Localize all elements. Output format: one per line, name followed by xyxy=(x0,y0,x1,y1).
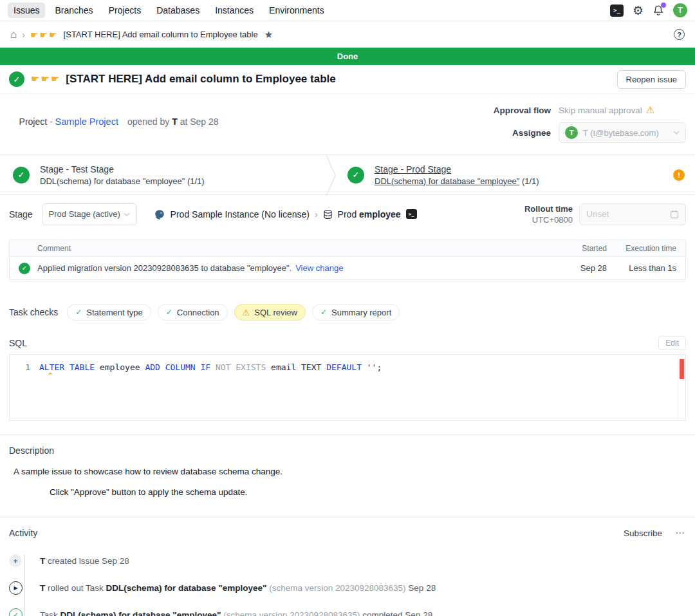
nav-tab-instances[interactable]: Instances xyxy=(209,3,259,18)
subscribe-button[interactable]: Subscribe xyxy=(624,528,662,538)
more-menu-icon[interactable]: ⋯ xyxy=(675,527,686,539)
project-link[interactable]: Sample Project xyxy=(55,117,118,127)
description-heading: Description xyxy=(9,445,686,456)
issue-title: [START HERE] Add email column to Employe… xyxy=(66,73,335,86)
activity-actor: T xyxy=(40,583,45,593)
top-navigation: Issues Branches Projects Databases Insta… xyxy=(0,0,695,21)
opened-actor: T xyxy=(172,117,178,127)
activity-timeline: + T created issue Sep 28 ▶ T rolled out … xyxy=(9,547,686,616)
assignee-select[interactable]: T T (t@bytebase.com) xyxy=(559,122,686,143)
stage-card-prod[interactable]: ✓ Stage - Prod Stage DDL(schema) for dat… xyxy=(336,155,695,194)
column-execution-time: Execution time xyxy=(607,244,676,253)
notification-dot xyxy=(661,3,666,8)
activity-time: Sep 28 xyxy=(405,610,432,616)
check-pill-label: SQL review xyxy=(254,308,297,317)
check-pill-label: Summary report xyxy=(331,308,391,317)
check-pill-connection[interactable]: ✓ Connection xyxy=(158,304,228,321)
stage-task-count: (1/1) xyxy=(187,176,205,186)
activity-time: Sep 28 xyxy=(102,556,129,566)
rollout-time-label: Rollout time xyxy=(524,204,573,214)
activity-item: ✓ Task DDL(schema) for database "employe… xyxy=(9,601,686,616)
stage-task-count: (1/1) xyxy=(522,176,539,186)
home-icon[interactable]: ⌂ xyxy=(10,29,17,40)
sql-edit-button[interactable]: Edit xyxy=(658,336,686,350)
nav-tab-branches[interactable]: Branches xyxy=(49,3,98,18)
activity-time: Sep 28 xyxy=(408,583,436,593)
row-execution-time: Less than 1s xyxy=(607,263,676,273)
nav-tab-databases[interactable]: Databases xyxy=(151,3,205,18)
sql-token xyxy=(362,362,367,372)
activity-text: rolled out Task xyxy=(45,583,106,593)
check-warning-icon: ⚠ xyxy=(243,308,250,317)
nav-tab-issues[interactable]: Issues xyxy=(8,3,45,18)
breadcrumb: ⌂ › ☛☛☛ [START HERE] Add email column to… xyxy=(0,21,695,48)
opened-at-text: at Sep 28 xyxy=(178,117,219,127)
chevron-down-icon xyxy=(673,131,680,135)
sql-section-header: SQL Edit xyxy=(9,336,686,350)
approval-flow-value: Skip manual approval xyxy=(559,106,642,115)
row-success-check-icon: ✓ xyxy=(19,263,30,274)
approval-flow-label: Approval flow xyxy=(492,106,551,115)
open-sql-editor-icon[interactable]: >_ xyxy=(406,209,417,219)
view-change-link[interactable]: View change xyxy=(295,263,343,273)
project-label: Project xyxy=(19,117,48,127)
table-row[interactable]: ✓ Applied migration version 202309280836… xyxy=(10,257,685,279)
activity-task-name: DDL(schema) for database "employee" xyxy=(60,610,221,616)
activity-text: completed xyxy=(362,610,405,616)
scrollbar-error-marker xyxy=(680,359,684,379)
instance-link[interactable]: Prod Sample Instance (No license) xyxy=(171,209,310,219)
status-banner: Done xyxy=(0,48,695,65)
sql-editor[interactable]: 1 ALTER TABLE employee ADD COLUMN IF NOT… xyxy=(9,354,686,421)
rollout-time-input[interactable]: Unset xyxy=(579,203,686,225)
check-pill-label: Statement type xyxy=(86,308,142,317)
nav-tab-environments[interactable]: Environments xyxy=(263,3,330,18)
breadcrumb-separator: › xyxy=(315,209,318,219)
activity-section: Activity Subscribe ⋯ + T created issue S… xyxy=(0,518,695,616)
rollout-timezone: UTC+0800 xyxy=(524,215,573,225)
check-pill-statement-type[interactable]: ✓ Statement type xyxy=(67,304,151,321)
activity-text: Task xyxy=(40,610,60,616)
warning-triangle-icon[interactable]: ⚠ xyxy=(646,104,654,116)
stage-done-check-icon: ✓ xyxy=(348,167,364,183)
nav-tab-projects[interactable]: Projects xyxy=(103,3,147,18)
breadcrumb-issue-title[interactable]: [START HERE] Add email column to Employe… xyxy=(64,30,258,39)
sql-token: employee xyxy=(95,362,145,372)
user-avatar[interactable]: T xyxy=(673,3,687,17)
stage-pipeline: ✓ Stage - Test Stage DDL(schema) for dat… xyxy=(0,154,695,195)
sql-token: IF xyxy=(200,362,210,372)
stage-select[interactable]: Prod Stage (active) xyxy=(42,203,137,225)
description-section: Description A sample issue to showcase h… xyxy=(0,435,695,497)
check-pill-summary-report[interactable]: ✓ Summary report xyxy=(312,304,400,321)
sql-token: ADD COLUMN xyxy=(145,362,195,372)
pointing-right-icons: ☛☛☛ xyxy=(30,30,59,40)
reopen-issue-button[interactable]: Reopen issue xyxy=(617,70,687,89)
star-icon[interactable]: ★ xyxy=(264,29,273,41)
database-link[interactable]: employee xyxy=(359,209,401,219)
stage-card-test[interactable]: ✓ Stage - Test Stage DDL(schema) for dat… xyxy=(0,155,326,194)
assignee-avatar: T xyxy=(565,126,578,139)
rollout-time-value: Unset xyxy=(586,209,609,219)
stage-detail-bar: Stage Prod Stage (active) Prod Sample In… xyxy=(0,195,695,233)
nav-tabs: Issues Branches Projects Databases Insta… xyxy=(8,3,330,18)
completed-check-icon: ✓ xyxy=(9,608,23,616)
sql-token: ; xyxy=(376,362,382,372)
stage-task[interactable]: DDL(schema) for database "employee" xyxy=(375,176,519,186)
check-pill-label: Connection xyxy=(177,308,219,317)
sql-token xyxy=(210,362,216,372)
stage-alert-icon[interactable]: ! xyxy=(673,169,685,181)
sql-editor-icon[interactable]: >_ xyxy=(610,5,624,17)
description-text: Click "Approve" button to apply the sche… xyxy=(50,487,686,497)
notification-bell-icon[interactable] xyxy=(653,5,664,16)
task-checks: Task checks ✓ Statement type ✓ Connectio… xyxy=(9,304,686,321)
stage-title[interactable]: Stage - Prod Stage xyxy=(375,164,539,174)
column-started: Started xyxy=(559,244,607,253)
editor-scrollbar[interactable] xyxy=(678,355,685,420)
settings-gear-icon[interactable]: ⚙ xyxy=(633,5,644,17)
database-icon xyxy=(323,209,333,219)
check-pill-sql-review[interactable]: ⚠ SQL review xyxy=(234,304,306,321)
activity-item: ▶ T rolled out Task DDL(schema) for data… xyxy=(9,574,686,601)
help-icon[interactable]: ? xyxy=(674,29,685,40)
sql-token: email TEXT xyxy=(266,362,326,372)
sql-warning-caret: ^ xyxy=(48,371,53,380)
activity-schema-version: (schema version 20230928083635) xyxy=(266,583,408,593)
